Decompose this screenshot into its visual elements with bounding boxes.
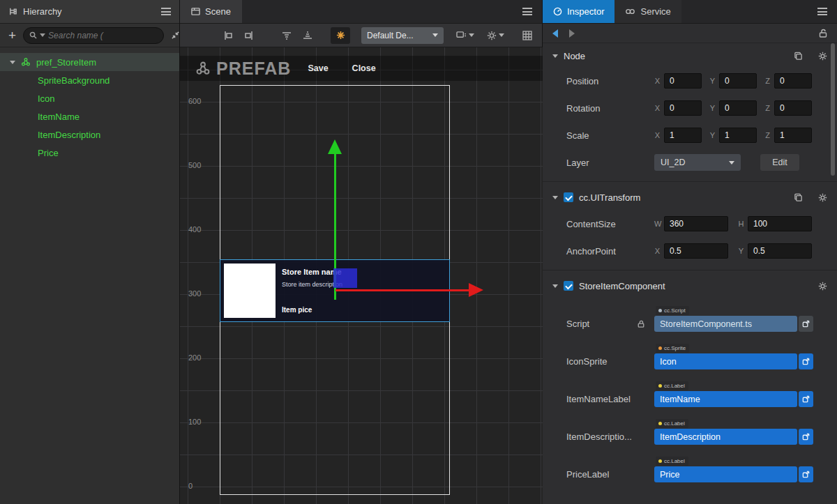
scene-canvas[interactable]: 600 500 400 300 200 100 0 PREFAB Save Cl…	[180, 47, 543, 504]
layer-edit-button[interactable]: Edit	[760, 154, 799, 171]
expand-arrow-icon[interactable]	[10, 61, 15, 64]
copy-icon[interactable]	[794, 193, 803, 202]
position-z-field[interactable]: 0	[774, 73, 812, 89]
content-size-w-field[interactable]: 360	[664, 216, 728, 231]
anchor-x-field[interactable]: 0.5	[664, 243, 728, 259]
add-node-button[interactable]: +	[8, 29, 16, 42]
node-picker-icon[interactable]	[799, 353, 813, 369]
gear-icon[interactable]	[818, 193, 827, 202]
inspector-tabbar: Inspector Service	[543, 0, 837, 24]
resolution-dropdown-value: Default De...	[367, 31, 414, 40]
axis-w-label: W	[654, 220, 661, 228]
type-badge: cc.Script	[656, 306, 689, 315]
script-type-dot-icon	[658, 309, 662, 312]
align-left-icon[interactable]	[220, 28, 236, 43]
uitransform-section-header[interactable]: cc.UITransform	[543, 188, 837, 207]
property-label: AnchorPoint	[566, 246, 654, 257]
gear-icon[interactable]	[818, 52, 827, 61]
layer-dropdown[interactable]: UI_2D	[654, 154, 741, 171]
history-back-icon[interactable]	[552, 29, 558, 38]
hierarchy-tree: pref_StoreItem SpriteBackground Icon Ite…	[0, 47, 179, 162]
expand-arrow-icon[interactable]	[552, 54, 558, 58]
tree-node-child[interactable]: ItemDescription	[0, 125, 179, 144]
item-name-ref-field[interactable]: ItemName	[654, 391, 797, 407]
scene-menu-icon[interactable]	[522, 8, 532, 15]
gizmo-x-arrow-icon[interactable]	[469, 283, 483, 297]
node-picker-icon[interactable]	[799, 391, 813, 407]
section-divider	[543, 270, 837, 270]
component-enabled-checkbox[interactable]	[564, 281, 573, 291]
align-right-icon[interactable]	[241, 28, 257, 43]
axis-z-label: Z	[764, 104, 771, 112]
item-name-property-row: ItemNameLabel cc.Label ItemName	[566, 379, 829, 407]
scrollbar-thumb[interactable]	[831, 43, 835, 176]
icon-sprite-ref-field[interactable]: Icon	[654, 353, 797, 369]
inspector-navrow	[543, 24, 837, 43]
gizmo-y-arrow-icon[interactable]	[328, 139, 342, 154]
align-bottom-icon[interactable]	[300, 28, 315, 43]
sprite-background[interactable]	[224, 264, 276, 318]
axis-x-label: X	[654, 104, 661, 112]
content-size-h-field[interactable]: 100	[748, 216, 812, 231]
save-button[interactable]: Save	[308, 63, 328, 73]
tab-inspector[interactable]: Inspector	[543, 0, 614, 23]
tree-node-child[interactable]: Icon	[0, 89, 179, 107]
tree-node-child[interactable]: Price	[0, 144, 179, 162]
scale-row: Scale X 1 Y 1 Z 1	[566, 127, 829, 144]
position-x-field[interactable]: 0	[664, 73, 702, 89]
gizmo-x-axis[interactable]	[335, 289, 469, 291]
resolution-dropdown[interactable]: Default De...	[361, 27, 444, 44]
search-filter-chevron-icon[interactable]	[40, 33, 45, 37]
tree-node-child[interactable]: SpriteBackground	[0, 71, 179, 89]
script-asset-field[interactable]: StoreItemComponent.ts	[654, 316, 797, 332]
position-y-field[interactable]: 0	[719, 73, 757, 89]
tree-node-label: pref_StoreItem	[36, 57, 96, 68]
tab-service[interactable]: Service	[614, 0, 681, 23]
history-forward-icon[interactable]	[569, 29, 575, 38]
uitransform-enabled-checkbox[interactable]	[564, 192, 573, 202]
component-section-header[interactable]: StoreItemComponent	[543, 276, 837, 296]
scene-settings-dropdown[interactable]	[487, 31, 504, 40]
rotation-y-field[interactable]: 0	[719, 100, 757, 116]
anchor-y-field[interactable]: 0.5	[748, 243, 812, 259]
tab-service-label: Service	[640, 6, 670, 17]
expand-arrow-icon[interactable]	[552, 196, 558, 199]
collapse-all-icon[interactable]	[171, 28, 180, 43]
gizmo-toggle-button[interactable]	[331, 27, 350, 44]
scale-x-field[interactable]: 1	[664, 128, 702, 143]
lock-icon[interactable]	[819, 29, 827, 38]
gear-icon[interactable]	[818, 282, 827, 291]
tree-node-root[interactable]: pref_StoreItem	[0, 53, 179, 71]
expand-arrow-icon[interactable]	[552, 284, 558, 288]
tab-inspector-label: Inspector	[567, 6, 604, 17]
copy-icon[interactable]	[794, 52, 803, 61]
property-label: Scale	[566, 130, 654, 141]
hierarchy-menu-icon[interactable]	[161, 8, 171, 15]
inspector-menu-icon[interactable]	[817, 8, 827, 15]
tree-node-label: ItemDescription	[38, 130, 100, 140]
tab-scene[interactable]: Scene	[180, 0, 242, 23]
view-layout-dropdown[interactable]	[456, 31, 474, 40]
node-picker-icon[interactable]	[799, 466, 813, 482]
node-section-header[interactable]: Node	[543, 46, 837, 66]
align-top-icon[interactable]	[279, 28, 294, 43]
prefab-icon	[195, 61, 211, 76]
node-picker-icon[interactable]	[799, 429, 813, 445]
scale-z-field[interactable]: 1	[774, 128, 812, 143]
close-button[interactable]: Close	[352, 63, 376, 73]
tree-node-child[interactable]: ItemName	[0, 107, 179, 125]
item-description-ref-field[interactable]: ItemDescription	[654, 429, 797, 445]
rotation-z-field[interactable]: 0	[774, 100, 812, 116]
chevron-down-icon	[729, 161, 734, 165]
hierarchy-toolbar: +	[0, 24, 179, 47]
prefab-edit-bar: PREFAB Save Close	[180, 56, 543, 81]
grid-toggle-icon[interactable]	[520, 28, 535, 43]
asset-picker-icon[interactable]	[799, 316, 813, 332]
icon-sprite-property-row: IconSprite cc.Sprite Icon	[566, 342, 829, 369]
search-input[interactable]	[48, 31, 158, 40]
inspector-panel: Inspector Service Node Position X 0 Y	[543, 0, 837, 504]
rotation-x-field[interactable]: 0	[664, 100, 702, 116]
price-ref-field[interactable]: Price	[654, 466, 797, 482]
scale-y-field[interactable]: 1	[719, 128, 757, 143]
gizmo-xy-plane-handle[interactable]	[333, 268, 357, 288]
